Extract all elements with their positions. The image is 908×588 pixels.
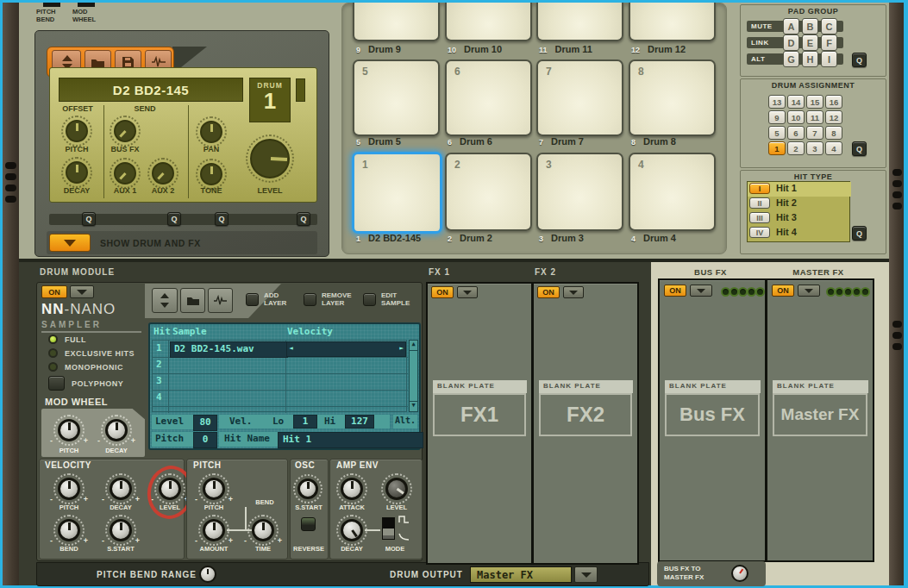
pan-knob[interactable] — [200, 121, 222, 143]
drum-pad-4[interactable]: 4 — [629, 153, 716, 231]
pitch-pitch-knob[interactable]: -+ — [203, 478, 225, 500]
assign-1-selected[interactable]: 1 — [768, 141, 786, 155]
master-fx-dropdown[interactable] — [798, 285, 820, 297]
drum-pad-3[interactable]: 3 — [536, 153, 623, 231]
pitch-amount-knob[interactable]: -+ — [203, 519, 225, 541]
drum-pad-8[interactable]: 8 — [629, 59, 716, 136]
fx2-dropdown[interactable] — [563, 286, 584, 298]
assign-11[interactable]: 11 — [806, 110, 823, 124]
lcd-hit-name-value[interactable]: Hit 1 — [278, 432, 423, 448]
nn-sample-button[interactable] — [208, 288, 233, 313]
hit-type-1-button[interactable]: I — [749, 183, 770, 194]
pad-group-key-c[interactable]: C — [821, 18, 837, 34]
lcd-lo-value[interactable]: 1 — [293, 415, 317, 428]
remove-layer-button[interactable] — [304, 293, 316, 306]
reverse-button[interactable] — [301, 517, 316, 531]
bus-to-master-knob[interactable] — [731, 565, 748, 582]
offset-pitch-knob[interactable] — [66, 120, 88, 142]
assign-2[interactable]: 2 — [787, 141, 805, 155]
lcd-sample-name[interactable]: D2 BD2-145.wav — [170, 341, 288, 358]
amp-mode-switch[interactable] — [382, 517, 395, 540]
send-aux2-knob[interactable] — [152, 162, 174, 185]
lcd-scrollbar[interactable]: ▲ ▼ — [409, 340, 418, 412]
drum-pad-7[interactable]: 7 — [536, 59, 623, 136]
q-button-pan[interactable]: Q — [215, 212, 229, 226]
lcd-pitch-value[interactable]: 0 — [193, 432, 217, 448]
drum-pad-5[interactable]: 5 — [353, 59, 440, 136]
assign-13[interactable]: 13 — [768, 95, 786, 109]
hit-type-3-button[interactable]: III — [749, 212, 770, 223]
velocity-sstart-knob[interactable]: -+ — [110, 519, 132, 541]
tone-knob[interactable] — [200, 163, 222, 185]
pad-group-key-h[interactable]: H — [802, 51, 818, 67]
drum-pad-1-selected[interactable]: 1 — [352, 152, 442, 234]
nn-nano-on-button[interactable]: ON — [41, 285, 67, 298]
range-left-arrow-icon[interactable]: ◄ — [289, 344, 293, 352]
drum-pad-11[interactable] — [536, 3, 623, 41]
assign-6[interactable]: 6 — [787, 126, 805, 140]
add-layer-button[interactable] — [246, 293, 259, 306]
hit-type-q-button[interactable]: Q — [852, 226, 867, 241]
assign-7[interactable]: 7 — [806, 126, 823, 140]
q-button-send[interactable]: Q — [167, 212, 181, 226]
pitch-bend-range-knob[interactable] — [199, 566, 216, 583]
pad-group-key-a[interactable]: A — [783, 18, 799, 34]
assign-5[interactable]: 5 — [768, 126, 786, 140]
assign-14[interactable]: 14 — [787, 95, 805, 109]
drum-pad-12[interactable] — [629, 3, 716, 41]
spinner-up-icon[interactable] — [160, 293, 169, 298]
full-mode-led[interactable] — [48, 335, 58, 344]
osc-sstart-knob[interactable] — [297, 479, 318, 499]
master-fx-on-button[interactable]: ON — [772, 285, 794, 297]
drum-pad-10[interactable] — [445, 3, 532, 41]
assign-15[interactable]: 15 — [806, 95, 823, 109]
amp-attack-knob[interactable] — [341, 478, 363, 500]
modwheel-decay-knob[interactable]: -+ — [105, 419, 128, 441]
hit-type-2-button[interactable]: II — [749, 197, 770, 209]
velocity-pitch-knob[interactable]: -+ — [58, 478, 80, 500]
pad-group-key-d[interactable]: D — [783, 34, 799, 51]
lcd-hi-value[interactable]: 127 — [345, 415, 374, 428]
pad-group-key-g[interactable]: G — [783, 51, 799, 67]
amp-decay-knob[interactable] — [341, 519, 363, 541]
level-knob[interactable] — [250, 139, 290, 178]
show-drum-fx-button[interactable] — [49, 234, 91, 252]
amp-level-knob[interactable] — [385, 478, 408, 500]
bus-fx-dropdown[interactable] — [690, 285, 712, 297]
assign-8[interactable]: 8 — [825, 126, 842, 140]
exclusive-hits-led[interactable] — [48, 348, 58, 358]
q-button-level[interactable]: Q — [297, 212, 310, 226]
lcd-level-value[interactable]: 80 — [193, 415, 217, 431]
drum-assignment-q-button[interactable]: Q — [852, 141, 867, 156]
modwheel-pitch-knob[interactable]: -+ — [58, 419, 80, 441]
spinner-up-icon[interactable] — [62, 55, 72, 61]
lcd-velocity-range-bar[interactable]: ◄ ► — [286, 341, 406, 357]
drum-name-display[interactable]: D2 BD2-145 — [59, 78, 243, 102]
scroll-down-icon[interactable]: ▼ — [410, 401, 417, 411]
fx1-dropdown[interactable] — [457, 286, 478, 298]
assign-3[interactable]: 3 — [806, 141, 823, 155]
velocity-decay-knob[interactable]: -+ — [110, 478, 132, 500]
pad-group-key-f[interactable]: F — [821, 34, 837, 51]
pitch-bend-wheel[interactable] — [43, 3, 60, 7]
mod-wheel[interactable] — [78, 3, 95, 7]
drum-pad-2[interactable]: 2 — [445, 153, 532, 231]
velocity-bend-knob[interactable]: -+ — [58, 519, 80, 541]
assign-4[interactable]: 4 — [825, 141, 842, 155]
assign-16[interactable]: 16 — [825, 95, 842, 109]
monophonic-led[interactable] — [48, 362, 58, 372]
nn-spinner[interactable] — [152, 288, 178, 313]
drum-pad-6[interactable]: 6 — [445, 59, 532, 136]
drum-pad-9[interactable] — [353, 3, 440, 41]
range-right-arrow-icon[interactable]: ► — [399, 344, 404, 352]
drum-output-select[interactable]: Master FX — [470, 566, 572, 583]
assign-9[interactable]: 9 — [768, 110, 786, 124]
bus-fx-on-button[interactable]: ON — [664, 285, 686, 297]
polyphony-button[interactable] — [48, 376, 65, 391]
send-busfx-knob[interactable] — [114, 120, 136, 142]
q-button-offset[interactable]: Q — [82, 212, 96, 226]
assign-10[interactable]: 10 — [787, 110, 805, 124]
nn-nano-dropdown[interactable] — [70, 285, 94, 298]
edit-sample-button[interactable] — [363, 293, 376, 306]
pad-group-q-button[interactable]: Q — [852, 53, 867, 67]
